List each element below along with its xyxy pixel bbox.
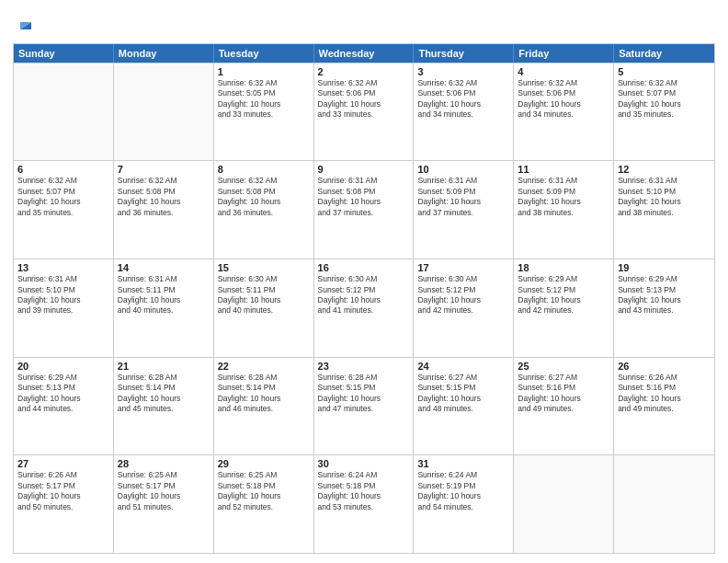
cell-line: and 42 minutes. [417,305,509,316]
cell-line: and 35 minutes. [17,208,109,218]
cell-line: Daylight: 10 hours [17,394,109,404]
day-number: 30 [318,458,410,469]
cell-line: and 50 minutes. [17,502,109,512]
day-cell-24: 24Sunrise: 6:27 AMSunset: 5:15 PMDayligh… [414,358,514,455]
cell-line: Daylight: 10 hours [118,491,210,501]
cell-line: Daylight: 10 hours [618,394,711,404]
cell-line: and 41 minutes. [318,305,410,316]
cell-line: Sunset: 5:06 PM [518,88,609,98]
day-number: 5 [618,66,711,77]
cell-line: Sunrise: 6:27 AM [417,373,509,383]
cell-line: Sunrise: 6:27 AM [518,373,609,383]
cell-line: Sunset: 5:13 PM [17,383,109,393]
cell-line: Daylight: 10 hours [518,394,609,404]
day-number: 7 [118,164,210,175]
cell-line: Sunrise: 6:32 AM [318,78,410,88]
cell-line: Daylight: 10 hours [417,394,509,404]
header [13,9,715,38]
cell-line: Daylight: 10 hours [417,295,509,305]
cell-line: and 33 minutes. [218,109,310,120]
day-number: 9 [318,164,410,175]
day-number: 15 [218,262,310,273]
cell-line: and 38 minutes. [518,208,609,218]
cell-line: Daylight: 10 hours [118,394,210,404]
day-cell-23: 23Sunrise: 6:28 AMSunset: 5:15 PMDayligh… [314,358,415,455]
cell-line: Daylight: 10 hours [118,197,210,207]
cell-line: Sunrise: 6:30 AM [318,274,410,284]
cell-line: Sunrise: 6:26 AM [17,470,109,480]
calendar-body: 1Sunrise: 6:32 AMSunset: 5:05 PMDaylight… [14,63,714,553]
cell-line: Sunset: 5:08 PM [218,187,310,197]
day-cell-29: 29Sunrise: 6:25 AMSunset: 5:18 PMDayligh… [214,455,314,553]
cell-line: and 52 minutes. [218,502,310,512]
day-number: 17 [417,262,509,273]
cell-line: Sunrise: 6:29 AM [518,274,609,284]
cell-line: and 42 minutes. [518,305,609,316]
day-cell-12: 12Sunrise: 6:31 AMSunset: 5:10 PMDayligh… [614,161,714,259]
cell-line: Sunrise: 6:31 AM [618,176,711,186]
cell-line: Sunset: 5:12 PM [518,285,609,295]
day-number: 12 [618,164,711,175]
cell-line: and 36 minutes. [218,208,310,218]
cell-line: and 34 minutes. [417,109,509,120]
cell-line: Daylight: 10 hours [618,295,711,305]
cell-line: Sunset: 5:18 PM [218,481,310,491]
cell-line: Daylight: 10 hours [17,491,109,501]
cell-line: Daylight: 10 hours [318,295,410,305]
day-cell-27: 27Sunrise: 6:26 AMSunset: 5:17 PMDayligh… [14,455,114,553]
day-number: 20 [17,361,109,372]
cell-line: Sunrise: 6:28 AM [318,373,410,383]
cell-line: Sunset: 5:14 PM [218,383,310,393]
header-cell-friday: Friday [514,44,614,63]
day-cell-5: 5Sunrise: 6:32 AMSunset: 5:07 PMDaylight… [614,63,714,161]
cell-line: Daylight: 10 hours [118,295,210,305]
cell-line: Daylight: 10 hours [318,394,410,404]
cell-line: Sunset: 5:15 PM [318,383,410,393]
week-row-2: 6Sunrise: 6:32 AMSunset: 5:07 PMDaylight… [14,160,714,259]
calendar-header: SundayMondayTuesdayWednesdayThursdayFrid… [14,44,714,63]
cell-line: Sunset: 5:13 PM [618,285,711,295]
cell-line: Daylight: 10 hours [318,197,410,207]
cell-line: Sunrise: 6:31 AM [318,176,410,186]
day-cell-31: 31Sunrise: 6:24 AMSunset: 5:19 PMDayligh… [414,455,514,553]
cell-line: Daylight: 10 hours [17,295,109,305]
day-number: 10 [417,164,509,175]
day-cell-1: 1Sunrise: 6:32 AMSunset: 5:05 PMDaylight… [214,63,314,161]
day-number: 2 [318,66,410,77]
cell-line: Sunset: 5:19 PM [417,481,509,491]
cell-line: and 46 minutes. [218,404,310,414]
cell-line: and 40 minutes. [118,305,210,316]
empty-cell [514,455,614,553]
cell-line: Sunset: 5:16 PM [618,383,711,393]
cell-line: Daylight: 10 hours [417,491,509,501]
day-cell-2: 2Sunrise: 6:32 AMSunset: 5:06 PMDaylight… [314,63,415,161]
day-cell-11: 11Sunrise: 6:31 AMSunset: 5:09 PMDayligh… [514,161,614,259]
cell-line: and 53 minutes. [318,502,410,512]
page: SundayMondayTuesdayWednesdayThursdayFrid… [0,0,728,563]
cell-line: Sunset: 5:08 PM [118,187,210,197]
calendar: SundayMondayTuesdayWednesdayThursdayFrid… [13,43,715,554]
day-number: 6 [17,164,109,175]
cell-line: Sunset: 5:12 PM [318,285,410,295]
day-number: 18 [518,262,609,273]
cell-line: Sunset: 5:17 PM [17,481,109,491]
cell-line: and 37 minutes. [417,208,509,218]
day-number: 25 [518,361,609,372]
cell-line: Sunset: 5:17 PM [118,481,210,491]
cell-line: Sunrise: 6:32 AM [218,78,310,88]
cell-line: and 54 minutes. [417,502,509,512]
logo-icon [15,13,35,33]
cell-line: and 38 minutes. [618,208,711,218]
cell-line: Sunset: 5:09 PM [518,187,609,197]
cell-line: and 44 minutes. [17,404,109,414]
day-cell-3: 3Sunrise: 6:32 AMSunset: 5:06 PMDaylight… [414,63,514,161]
header-cell-thursday: Thursday [414,44,514,63]
cell-line: and 49 minutes. [618,404,711,414]
day-number: 19 [618,262,711,273]
day-cell-9: 9Sunrise: 6:31 AMSunset: 5:08 PMDaylight… [314,161,415,259]
cell-line: Sunrise: 6:28 AM [218,373,310,383]
day-number: 16 [318,262,410,273]
cell-line: Sunset: 5:10 PM [17,285,109,295]
day-cell-13: 13Sunrise: 6:31 AMSunset: 5:10 PMDayligh… [14,259,114,357]
day-number: 1 [218,66,310,77]
